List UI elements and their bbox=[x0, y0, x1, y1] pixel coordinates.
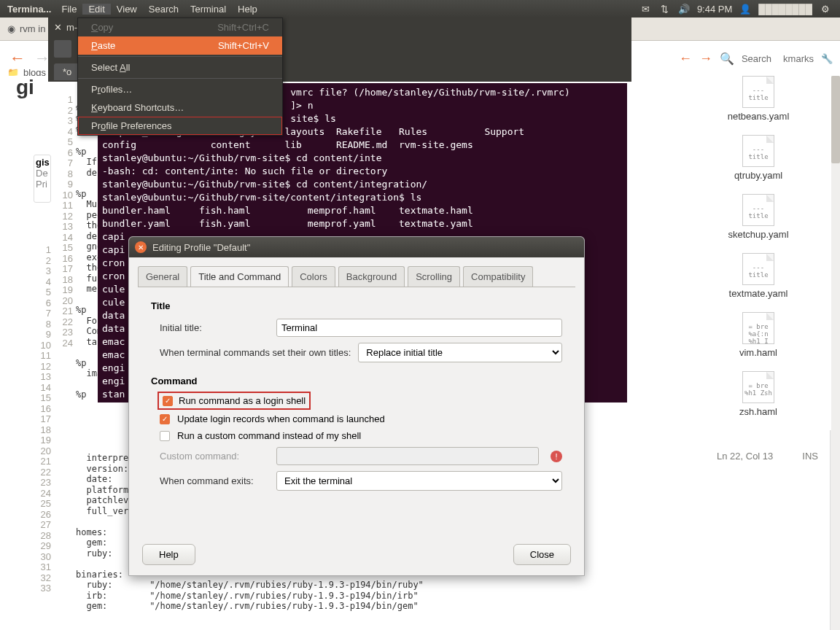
file-label: qtruby.yaml bbox=[685, 170, 831, 181]
dialog-close-button[interactable]: ✕ bbox=[135, 241, 147, 253]
line-gutter-inner: 123456789101112131415161718192021222324 bbox=[55, 93, 76, 350]
login-shell-label: Run command as a login shell bbox=[179, 395, 306, 406]
logo-fragment: gi bbox=[16, 76, 48, 99]
file-item[interactable]: --- titlesketchup.yaml bbox=[685, 194, 831, 240]
menu-file[interactable]: File bbox=[55, 4, 82, 15]
file-list: --- titlenetbeans.yaml--- titleqtruby.ya… bbox=[685, 76, 831, 430]
exit-select[interactable]: Exit the terminal bbox=[276, 471, 562, 491]
menu-view[interactable]: View bbox=[111, 4, 143, 15]
file-label: sketchup.yaml bbox=[685, 229, 831, 240]
scroll-thumb[interactable] bbox=[831, 76, 840, 163]
file-icon: = bre %a{:n %h1 I bbox=[742, 312, 774, 344]
custom-cmd-label: Custom command: bbox=[160, 451, 269, 462]
menubar: Termina... File Edit View Search Termina… bbox=[0, 0, 840, 18]
initial-title-label: Initial title: bbox=[160, 322, 269, 333]
login-shell-checkbox[interactable]: ✓ bbox=[163, 396, 173, 406]
close-button[interactable]: Close bbox=[513, 544, 571, 565]
file-icon: --- title bbox=[742, 135, 774, 167]
status-bar: Ln 22, Col 13 INS bbox=[717, 451, 818, 462]
section-title: Title bbox=[151, 300, 562, 311]
username[interactable]: ████████ bbox=[758, 4, 812, 15]
search-label[interactable]: Search bbox=[742, 53, 771, 64]
tab-colors[interactable]: Colors bbox=[292, 266, 335, 287]
file-label: vim.haml bbox=[685, 347, 831, 358]
file-label: netbeans.yaml bbox=[685, 111, 831, 122]
user-icon[interactable]: 👤 bbox=[739, 3, 751, 15]
file-icon: --- title bbox=[742, 194, 774, 226]
cursor-position: Ln 22, Col 13 bbox=[717, 451, 773, 462]
when-titles-select[interactable]: Replace initial title bbox=[358, 343, 562, 362]
scrollbar[interactable] bbox=[830, 76, 840, 630]
separator bbox=[78, 78, 282, 79]
custom-cmd-input bbox=[276, 447, 539, 465]
edit-dropdown: CopyShift+Ctrl+C PasteShift+Ctrl+V Selec… bbox=[77, 18, 283, 136]
file-item[interactable]: --- titletextmate.yaml bbox=[685, 253, 831, 299]
menu-profile-preferences[interactable]: Profile Preferences bbox=[78, 117, 282, 135]
menu-shortcuts[interactable]: Keyboard Shortcuts… bbox=[78, 98, 282, 117]
custom-command-checkbox[interactable] bbox=[160, 431, 170, 441]
file-icon: = bre %h1 Zsh bbox=[742, 371, 774, 403]
network-icon[interactable]: ⇅ bbox=[659, 3, 671, 15]
menu-edit[interactable]: Edit bbox=[82, 4, 110, 15]
tab-compatibility[interactable]: Compatibility bbox=[463, 266, 533, 287]
mail-icon[interactable]: ✉ bbox=[640, 3, 652, 15]
tab-title-command[interactable]: Title and Command bbox=[190, 266, 289, 287]
file-icon: --- title bbox=[742, 76, 774, 108]
tab-background[interactable]: Background bbox=[338, 266, 405, 287]
update-login-checkbox[interactable]: ✓ bbox=[160, 414, 170, 424]
nav-back-icon[interactable]: ← bbox=[679, 51, 692, 66]
help-button[interactable]: Help bbox=[142, 544, 195, 565]
volume-icon[interactable]: 🔊 bbox=[678, 3, 690, 15]
gedit-tab[interactable]: *o bbox=[54, 63, 80, 80]
gist-card: gis De Pri bbox=[34, 155, 51, 203]
menu-search[interactable]: Search bbox=[143, 4, 184, 15]
back-button[interactable]: ← bbox=[7, 48, 28, 69]
section-command: Command bbox=[151, 376, 562, 386]
menu-profiles[interactable]: Profiles… bbox=[78, 80, 282, 98]
menu-help[interactable]: Help bbox=[232, 4, 263, 15]
line-gutter-outer: 1234567891011121314151617181920212223242… bbox=[34, 244, 54, 596]
window-close-icon[interactable]: ✕ bbox=[54, 22, 62, 33]
toolbar-button[interactable] bbox=[54, 40, 71, 58]
tab-scrolling[interactable]: Scrolling bbox=[408, 266, 460, 287]
when-titles-label: When terminal commands set their own tit… bbox=[160, 347, 351, 358]
file-item[interactable]: = bre %h1 Zshzsh.haml bbox=[685, 371, 831, 417]
initial-title-input[interactable] bbox=[276, 319, 562, 337]
update-login-label: Update login records when command is lau… bbox=[177, 413, 385, 424]
browser-tab[interactable]: ◉rvm in bbox=[0, 18, 52, 41]
search-icon[interactable]: 🔍 bbox=[720, 52, 734, 66]
github-icon: ◉ bbox=[7, 23, 15, 34]
file-label: textmate.yaml bbox=[685, 288, 831, 299]
file-label: zsh.haml bbox=[685, 406, 831, 417]
gear-icon[interactable]: ⚙ bbox=[820, 3, 831, 15]
file-item[interactable]: = bre %a{:n %h1 Ivim.haml bbox=[685, 312, 831, 358]
file-icon: --- title bbox=[742, 253, 774, 285]
menu-copy: CopyShift+Ctrl+C bbox=[78, 18, 282, 36]
dialog-tabs: General Title and Command Colors Backgro… bbox=[129, 257, 584, 287]
dialog-title: Editing Profile "Default" bbox=[152, 242, 250, 253]
exit-label: When command exits: bbox=[160, 475, 269, 486]
clock[interactable]: 9:44 PM bbox=[697, 4, 732, 15]
profile-dialog: ✕ Editing Profile "Default" General Titl… bbox=[128, 236, 585, 576]
app-name: Termina... bbox=[3, 4, 55, 15]
wrench-icon[interactable]: 🔧 bbox=[821, 53, 833, 64]
tab-general[interactable]: General bbox=[138, 266, 187, 287]
custom-command-label: Run a custom command instead of my shell bbox=[177, 430, 361, 441]
file-item[interactable]: --- titlenetbeans.yaml bbox=[685, 76, 831, 122]
file-item[interactable]: --- titleqtruby.yaml bbox=[685, 135, 831, 181]
bookmarks-label[interactable]: kmarks bbox=[783, 53, 814, 64]
nav-fwd-icon[interactable]: → bbox=[699, 51, 712, 66]
insert-mode: INS bbox=[802, 451, 818, 462]
warning-icon: ! bbox=[551, 451, 562, 462]
menu-select-all[interactable]: Select All bbox=[78, 58, 282, 77]
login-shell-row: ✓ Run command as a login shell bbox=[160, 394, 308, 408]
separator bbox=[78, 56, 282, 57]
menu-terminal[interactable]: Terminal bbox=[184, 4, 232, 15]
menu-paste[interactable]: PasteShift+Ctrl+V bbox=[78, 36, 282, 55]
